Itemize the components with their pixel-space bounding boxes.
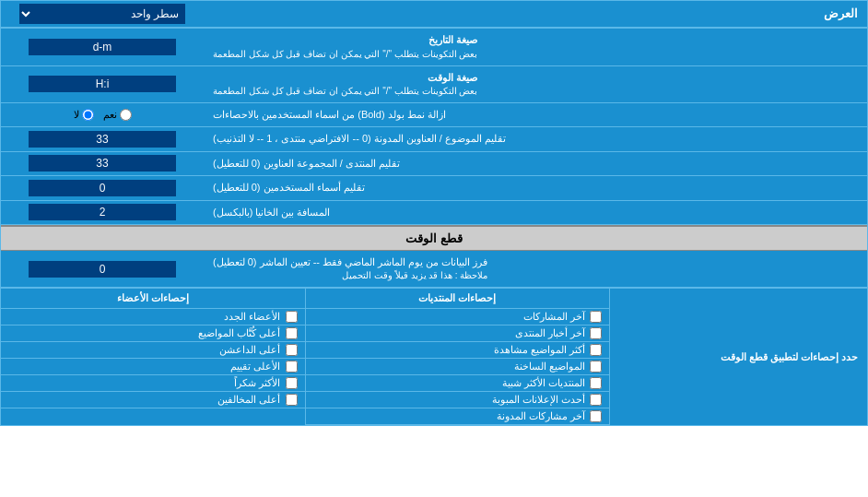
time-cut-label: فرز البيانات من يوم الماشر الماضي فقط --… bbox=[213, 255, 487, 282]
topic-title-limit-input[interactable] bbox=[29, 131, 176, 148]
list-item: الأعضاء الجدد bbox=[1, 309, 305, 325]
entry-spacing-label: المسافة بين الخانيا (بالبكسل) bbox=[213, 206, 331, 219]
stat-checkbox-blog-posts[interactable] bbox=[590, 410, 602, 422]
stat-checkbox-top-violators[interactable] bbox=[286, 394, 298, 406]
stat-checkbox-news[interactable] bbox=[590, 327, 602, 339]
display-mode-select[interactable]: سطر واحد سطرين ثلاثة أسطر bbox=[19, 4, 185, 24]
list-item: الأعلى تقييم bbox=[1, 359, 305, 375]
member-stats-header: إحصاءات الأعضاء bbox=[1, 289, 305, 309]
stat-checkbox-posts[interactable] bbox=[590, 311, 602, 323]
bold-remove-label: ازالة نمط بولد (Bold) من اسماء المستخدمي… bbox=[213, 108, 446, 122]
time-format-input[interactable] bbox=[29, 76, 176, 92]
stat-checkbox-new-members[interactable] bbox=[286, 311, 298, 323]
time-cut-input[interactable] bbox=[29, 261, 176, 278]
time-format-label: صيغة الوقت بعض التكوينات يتطلب "/" التي … bbox=[213, 71, 477, 98]
list-item: المواضيع الساخنة bbox=[306, 359, 610, 375]
bold-remove-radio-group: نعم لا bbox=[74, 109, 132, 121]
date-format-label: صيغة التاريخ بعض التكوينات يتطلب "/" الت… bbox=[213, 33, 477, 60]
list-item: المنتديات الأكثر شبية bbox=[306, 375, 610, 392]
list-item: أعلى كُتَّاب المواضيع bbox=[1, 325, 305, 342]
stat-checkbox-classified[interactable] bbox=[590, 394, 602, 406]
forum-title-limit-input[interactable] bbox=[29, 155, 176, 172]
bold-remove-no[interactable] bbox=[82, 109, 94, 121]
stat-checkbox-viewed[interactable] bbox=[590, 344, 602, 356]
stat-checkbox-top-rated[interactable] bbox=[286, 361, 298, 373]
list-item: أحدث الإعلانات المبوبة bbox=[306, 392, 610, 408]
date-format-input[interactable] bbox=[29, 39, 176, 55]
stat-checkbox-most-thanks[interactable] bbox=[286, 377, 298, 389]
stat-checkbox-top-posters[interactable] bbox=[286, 344, 298, 356]
list-item: أكثر المواضيع مشاهدة bbox=[306, 342, 610, 359]
list-item: آخر مشاركات المدونة bbox=[306, 408, 610, 425]
topic-title-limit-label: تقليم الموضوع / العناوين المدونة (0 -- ا… bbox=[213, 132, 506, 146]
bold-remove-yes[interactable] bbox=[120, 109, 132, 121]
stats-apply-label: حدد إحصاءات لتطبيق قطع الوقت bbox=[721, 351, 858, 363]
stat-checkbox-similar[interactable] bbox=[590, 377, 602, 389]
list-item: أعلى المخالفين bbox=[1, 392, 305, 408]
list-item: آخر أخبار المنتدى bbox=[306, 325, 610, 342]
username-limit-label: تقليم أسماء المستخدمين (0 للتعطيل) bbox=[213, 181, 365, 195]
time-section-header: قطع الوقت bbox=[1, 227, 867, 250]
entry-spacing-input[interactable] bbox=[29, 204, 176, 220]
forum-stats-header: إحصاءات المنتديات bbox=[306, 289, 610, 309]
username-limit-input[interactable] bbox=[29, 180, 176, 196]
page-title: العرض bbox=[824, 6, 858, 22]
list-item: أعلى الداعشن bbox=[1, 342, 305, 359]
list-item: الأكثر شكراً bbox=[1, 375, 305, 392]
list-item: آخر المشاركات bbox=[306, 309, 610, 325]
forum-title-limit-label: تقليم المنتدى / المجموعة العناوين (0 للت… bbox=[213, 157, 400, 171]
stat-checkbox-hot[interactable] bbox=[590, 361, 602, 373]
stat-checkbox-top-writers[interactable] bbox=[286, 327, 298, 339]
